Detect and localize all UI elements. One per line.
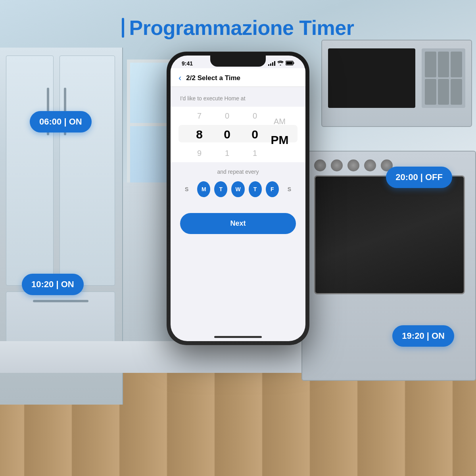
phone-outer: 9:41 bbox=[167, 52, 309, 345]
signal-bars-icon bbox=[268, 61, 275, 66]
microwave-btn bbox=[425, 79, 436, 105]
timer-badge-1: 06:00 | ON bbox=[30, 111, 92, 132]
fridge-door-right bbox=[60, 56, 115, 286]
day-thursday-label: T bbox=[253, 186, 257, 192]
nav-bar: ‹ 2/2 Select a Time bbox=[171, 68, 305, 87]
ampm-next bbox=[269, 151, 291, 155]
hour-selected: 8 bbox=[186, 124, 213, 145]
microwave-btn bbox=[425, 52, 436, 77]
page-header: Programmazione Timer bbox=[0, 16, 476, 40]
header-bar-icon bbox=[122, 18, 124, 38]
ampm-selected: PM bbox=[269, 129, 291, 151]
microwave-btn bbox=[451, 79, 462, 105]
day-monday[interactable]: M bbox=[197, 181, 210, 197]
minute-selected: 0 bbox=[213, 124, 241, 145]
day-wednesday-label: W bbox=[235, 186, 240, 192]
oven-knob bbox=[331, 159, 343, 171]
day-thursday[interactable]: T bbox=[249, 181, 262, 197]
day-friday[interactable]: F bbox=[266, 181, 279, 197]
home-indicator bbox=[214, 336, 262, 338]
second-picker-column[interactable]: 0 0 1 bbox=[241, 108, 269, 161]
subtitle-section: I'd like to execute Home at bbox=[171, 87, 305, 107]
day-tuesday[interactable]: T bbox=[214, 181, 227, 197]
svg-rect-2 bbox=[294, 62, 294, 64]
hour-next: 9 bbox=[186, 145, 213, 161]
microwave-btn bbox=[438, 79, 449, 105]
second-selected: 0 bbox=[241, 124, 269, 145]
wifi-icon bbox=[277, 61, 284, 67]
app-content: I'd like to execute Home at 7 8 9 bbox=[171, 87, 305, 240]
days-row[interactable]: S M T W T bbox=[180, 181, 296, 197]
oven bbox=[301, 151, 476, 381]
status-time: 9:41 bbox=[182, 60, 193, 67]
signal-bar-2 bbox=[270, 63, 271, 66]
microwave-btn bbox=[451, 52, 462, 77]
next-button[interactable]: Next bbox=[180, 213, 296, 234]
oven-knob bbox=[347, 159, 359, 171]
ampm-picker-column[interactable]: AM PM bbox=[269, 113, 291, 155]
minute-prev: 0 bbox=[213, 108, 241, 124]
nav-title: 2/2 Select a Time bbox=[186, 74, 240, 82]
next-btn-container: Next bbox=[171, 203, 305, 240]
phone-notch bbox=[210, 56, 266, 67]
oven-knob bbox=[314, 159, 326, 171]
second-next: 1 bbox=[241, 145, 269, 161]
oven-window bbox=[314, 175, 465, 294]
day-saturday-label: S bbox=[288, 186, 291, 192]
day-friday-label: F bbox=[271, 186, 274, 192]
timer-badge-4: 19:20 | ON bbox=[392, 325, 454, 347]
battery-icon bbox=[286, 61, 294, 66]
signal-bar-3 bbox=[272, 62, 273, 66]
status-icons bbox=[268, 61, 294, 67]
day-sunday-label: S bbox=[185, 186, 188, 192]
day-sunday[interactable]: S bbox=[180, 181, 193, 197]
microwave bbox=[321, 40, 472, 127]
day-saturday[interactable]: S bbox=[283, 181, 296, 197]
svg-rect-1 bbox=[286, 62, 293, 65]
timer-badge-2: 20:00 | OFF bbox=[386, 167, 452, 188]
signal-bar-4 bbox=[274, 61, 275, 66]
page-title: Programmazione Timer bbox=[129, 16, 354, 40]
fridge-freezer-handle bbox=[33, 300, 88, 302]
microwave-btn bbox=[438, 52, 449, 77]
repeat-label: and repeat every bbox=[180, 169, 296, 175]
second-prev: 0 bbox=[241, 108, 269, 124]
time-picker-container[interactable]: 7 8 9 0 0 1 0 0 bbox=[171, 107, 305, 162]
time-picker[interactable]: 7 8 9 0 0 1 0 0 bbox=[171, 107, 305, 162]
phone-wrapper: 9:41 bbox=[167, 52, 309, 345]
subtitle-text: I'd like to execute Home at bbox=[180, 95, 246, 102]
repeat-section: and repeat every S M T W bbox=[171, 162, 305, 203]
back-button[interactable]: ‹ bbox=[178, 73, 181, 83]
day-monday-label: M bbox=[202, 186, 206, 192]
oven-knob bbox=[364, 159, 376, 171]
hour-picker-column[interactable]: 7 8 9 bbox=[186, 108, 213, 161]
minute-next: 1 bbox=[213, 145, 241, 161]
phone-screen: 9:41 bbox=[171, 56, 305, 341]
minute-picker-column[interactable]: 0 0 1 bbox=[213, 108, 241, 161]
hour-prev: 7 bbox=[186, 108, 213, 124]
ampm-prev: AM bbox=[269, 113, 291, 129]
right-appliances bbox=[301, 40, 476, 416]
day-wednesday[interactable]: W bbox=[231, 181, 244, 197]
signal-bar-1 bbox=[268, 64, 269, 66]
microwave-controls bbox=[422, 48, 465, 108]
timer-badge-3: 10:20 | ON bbox=[22, 274, 84, 295]
fridge-door-left bbox=[6, 56, 54, 286]
microwave-screen bbox=[328, 48, 415, 108]
day-tuesday-label: T bbox=[219, 186, 223, 192]
